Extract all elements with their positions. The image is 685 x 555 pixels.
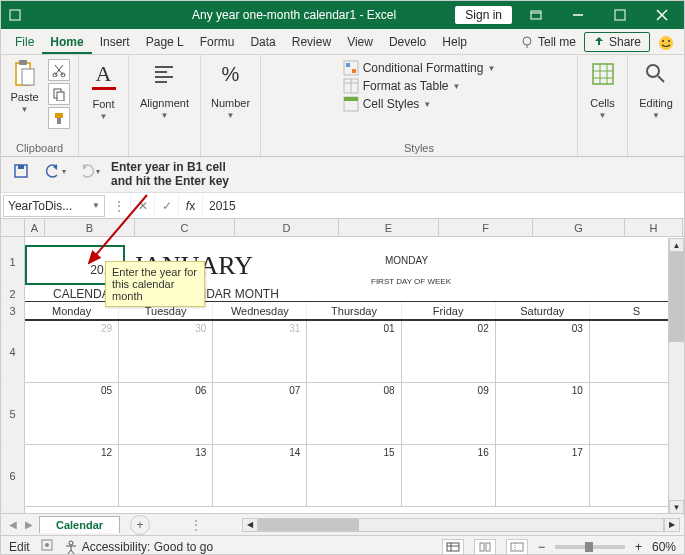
page-break-view-button[interactable] — [506, 539, 528, 555]
calendar-day[interactable]: 01 — [307, 321, 401, 382]
svg-point-7 — [523, 37, 531, 45]
tab-formulas[interactable]: Formu — [192, 31, 243, 54]
editing-group-button[interactable]: Editing ▼ — [639, 59, 673, 120]
alignment-group-button[interactable]: Alignment ▼ — [140, 59, 189, 120]
ribbon-options-icon[interactable] — [518, 1, 554, 29]
copy-button[interactable] — [48, 83, 70, 105]
row-header-6[interactable]: 6 — [1, 445, 25, 507]
worksheet-grid[interactable]: 1234567 2015 JANUARY MONDAY FIRST DAY OF… — [1, 237, 684, 513]
zoom-in-button[interactable]: + — [635, 540, 642, 554]
autosave-icon[interactable] — [5, 1, 25, 29]
calendar-day[interactable]: 29 — [25, 321, 119, 382]
calendar-day[interactable]: 13 — [119, 445, 213, 506]
calendar-day[interactable]: 05 — [25, 383, 119, 444]
feedback-icon[interactable] — [658, 35, 674, 54]
redo-button[interactable]: ▾ — [77, 160, 101, 182]
cells-group-button[interactable]: Cells ▼ — [588, 59, 618, 120]
calendar-day[interactable]: 17 — [496, 445, 590, 506]
new-sheet-button[interactable]: + — [130, 515, 150, 535]
accessibility-status[interactable]: Accessibility: Good to go — [64, 540, 213, 554]
zoom-out-button[interactable]: − — [538, 540, 545, 554]
fb-dropdown[interactable]: ⋮ — [107, 195, 131, 217]
cell-styles-button[interactable]: Cell Styles▼ — [343, 95, 496, 113]
col-header-A[interactable]: A — [25, 219, 45, 236]
tell-me[interactable]: Tell me — [512, 31, 584, 54]
svg-line-41 — [658, 76, 664, 82]
calendar-day[interactable]: 15 — [307, 445, 401, 506]
vertical-scroll-thumb[interactable] — [669, 252, 684, 342]
zoom-level[interactable]: 60% — [652, 540, 676, 554]
calendar-day[interactable]: 09 — [402, 383, 496, 444]
calendar-day[interactable]: 02 — [402, 321, 496, 382]
calendar-day[interactable]: 07 — [213, 383, 307, 444]
format-as-table-button[interactable]: Format as Table▼ — [343, 77, 496, 95]
row-header-3[interactable]: 3 — [1, 301, 25, 321]
tab-data[interactable]: Data — [242, 31, 283, 54]
col-header-B[interactable]: B — [45, 219, 135, 236]
calendar-day[interactable]: 31 — [213, 321, 307, 382]
sign-in-button[interactable]: Sign in — [455, 6, 512, 24]
conditional-formatting-button[interactable]: Conditional Formatting▼ — [343, 59, 496, 77]
row-header-1[interactable]: 1 — [1, 237, 25, 287]
col-header-G[interactable]: G — [533, 219, 625, 236]
tab-file[interactable]: File — [7, 31, 42, 54]
number-group-button[interactable]: % Number ▼ — [211, 59, 250, 120]
calendar-day[interactable]: 03 — [496, 321, 590, 382]
select-all-cell[interactable] — [1, 219, 25, 236]
tab-view[interactable]: View — [339, 31, 381, 54]
calendar-day[interactable]: 06 — [119, 383, 213, 444]
hscroll-thumb[interactable] — [259, 519, 359, 531]
vertical-scrollbar[interactable]: ▲ ▼ — [668, 238, 684, 514]
hscroll-left-button[interactable]: ◀ — [242, 518, 258, 532]
row-header-5[interactable]: 5 — [1, 383, 25, 445]
col-header-H[interactable]: H — [625, 219, 683, 236]
calendar-day[interactable]: 16 — [402, 445, 496, 506]
col-header-C[interactable]: C — [135, 219, 235, 236]
calendar-day[interactable]: 30 — [119, 321, 213, 382]
row-header-4[interactable]: 4 — [1, 321, 25, 383]
close-button[interactable] — [644, 1, 680, 29]
col-header-E[interactable]: E — [339, 219, 439, 236]
tab-help[interactable]: Help — [434, 31, 475, 54]
formula-input[interactable]: 2015 — [203, 195, 684, 217]
scroll-down-button[interactable]: ▼ — [669, 500, 684, 514]
calendar-day[interactable]: 08 — [307, 383, 401, 444]
calendar-day[interactable]: 10 — [496, 383, 590, 444]
hscroll-right-button[interactable]: ▶ — [664, 518, 680, 532]
calendar-day[interactable]: 12 — [25, 445, 119, 506]
cut-button[interactable] — [48, 59, 70, 81]
maximize-button[interactable] — [602, 1, 638, 29]
tab-review[interactable]: Review — [284, 31, 339, 54]
format-painter-button[interactable] — [48, 107, 70, 129]
minimize-button[interactable] — [560, 1, 596, 29]
tab-developer[interactable]: Develo — [381, 31, 434, 54]
col-header-F[interactable]: F — [439, 219, 533, 236]
tab-nav-prev[interactable]: ◀ — [5, 519, 21, 530]
row-header-2[interactable]: 2 — [1, 287, 25, 301]
scroll-up-button[interactable]: ▲ — [669, 238, 684, 252]
cancel-formula-button[interactable]: ✕ — [131, 195, 155, 217]
save-button[interactable] — [9, 160, 33, 182]
zoom-slider[interactable] — [555, 545, 625, 549]
undo-button[interactable]: ▾ — [43, 160, 67, 182]
first-day-value[interactable]: MONDAY — [385, 255, 428, 266]
name-box[interactable]: YearToDis...▼ — [3, 195, 105, 217]
macro-record-icon[interactable] — [40, 538, 54, 555]
fx-button[interactable]: fx — [179, 195, 203, 217]
normal-view-button[interactable] — [442, 539, 464, 555]
tab-home[interactable]: Home — [42, 31, 91, 54]
sheet-tab-calendar[interactable]: Calendar — [39, 516, 120, 533]
row-header-7[interactable]: 7 — [1, 507, 25, 513]
col-header-D[interactable]: D — [235, 219, 339, 236]
share-button[interactable]: Share — [584, 32, 650, 52]
page-layout-view-button[interactable] — [474, 539, 496, 555]
paste-button[interactable]: Paste ▼ — [10, 59, 40, 114]
font-group-button[interactable]: A Font ▼ — [89, 59, 119, 121]
calendar-day[interactable]: 14 — [213, 445, 307, 506]
tab-insert[interactable]: Insert — [92, 31, 138, 54]
tab-page-layout[interactable]: Page L — [138, 31, 192, 54]
font-icon: A — [89, 59, 119, 89]
enter-formula-button[interactable]: ✓ — [155, 195, 179, 217]
tab-nav-next[interactable]: ▶ — [21, 519, 37, 530]
horizontal-scrollbar[interactable] — [258, 518, 664, 532]
